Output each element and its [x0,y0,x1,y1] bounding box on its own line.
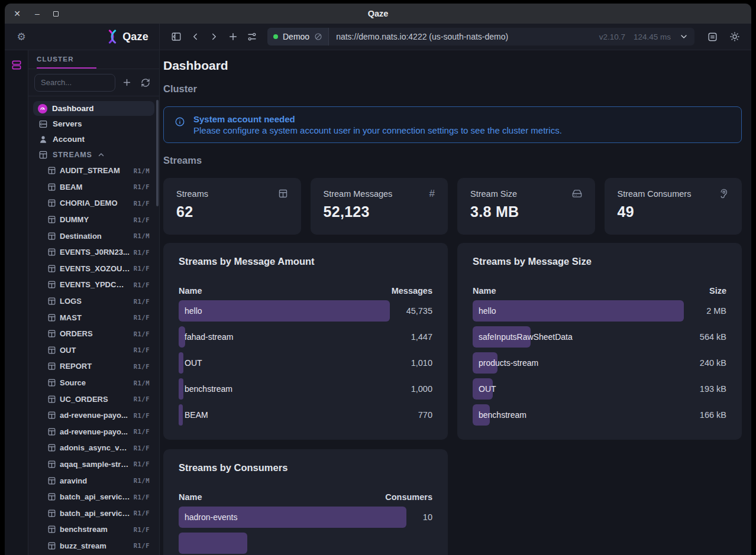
connection-bar[interactable]: Demoo nats://demo.nats.io:4222 (us-south… [267,28,694,46]
sidebar-scrollbar[interactable] [156,100,159,555]
replica-storage-badge: R1/F [134,200,150,207]
sidebar-stream-item[interactable]: DestinationR1/M [33,228,154,244]
sidebar-stream-item[interactable]: MASTR1/F [33,309,154,326]
bar [473,300,684,322]
add-stream-button[interactable] [119,75,134,90]
back-button[interactable] [187,28,203,45]
bar-value: 193 kB [684,384,726,394]
status-dot [273,34,278,39]
bar-cell [179,533,406,554]
bar-label: safeInputsRawSheetData [479,332,573,342]
stream-name: EVENTS_XOZOUA... [60,264,130,273]
sidebar-stream-item[interactable]: aqaq_sample-stre...R1/F [33,456,154,473]
replica-storage-badge: R1/F [134,265,150,272]
sidebar-stream-item[interactable]: ad-revenue-payo...R1/F [33,424,154,440]
tab-cluster[interactable]: CLUSTER [37,56,96,69]
sidebar-stream-item[interactable]: EVENTS_XOZOUA...R1/F [33,261,154,277]
bar-value: 166 kB [684,410,726,420]
cluster-rail-button[interactable] [9,57,24,73]
system-account-alert: System account needed Please configure a… [163,106,742,143]
stream-name: EVENTS_J0RN23... [60,248,130,257]
disconnect-icon[interactable] [314,33,322,41]
replica-storage-badge: R1/F [134,428,150,435]
sidebar-stream-item[interactable]: EVENTS_J0RN23...R1/F [33,244,154,261]
sidebar-stream-item[interactable]: DUMMYR1/F [33,212,154,228]
sidebar-stream-item[interactable]: UC_ORDERSR1/F [33,391,154,407]
chart-row: hadron-events10 [179,507,432,528]
sidebar-item-dashboard[interactable]: Dashboard [33,101,154,116]
sidebar-item-servers[interactable]: Servers [33,116,154,131]
app-body: CLUSTER Dashboard [5,50,751,555]
sidebar-stream-item[interactable]: adonis_async_v4_...R1/F [33,440,154,456]
sidebar-stream-item[interactable]: benchstreamR1/F [33,521,154,538]
sidebar-stream-item[interactable]: aravindR1/M [33,472,154,489]
sidebar-stream-item[interactable]: batch_api_service...R1/F [33,505,154,521]
sidebar-header: ⚙ Qaze [5,24,160,50]
table-icon [47,541,56,550]
bar-value: 1,010 [390,358,432,368]
sidebar-item-account[interactable]: Account [33,132,154,147]
sidebar-stream-item[interactable]: REPORTR1/F [33,358,154,375]
sidebar-nav: Dashboard Servers Account [28,96,159,555]
connection-meta: v2.10.7 124.45 ms [599,32,694,41]
table-icon [278,189,288,199]
sidebar-stream-item[interactable]: buzz_streamR1/F [33,538,154,554]
sidebar-stream-item[interactable]: SourceR1/M [33,375,154,391]
sidebar-stream-item[interactable]: CHORIA_DEMOR1/F [33,195,154,212]
forward-button[interactable] [206,28,222,45]
bar-cell: fahad-stream [179,326,390,348]
alert-text: System account needed Please configure a… [193,114,562,135]
settings-button[interactable]: ⚙ [13,28,30,45]
connection-badge[interactable]: Demoo [267,28,329,46]
scrollbar-thumb[interactable] [156,100,159,206]
alert-title: System account needed [193,114,562,124]
bar-label: hello [185,306,202,316]
sidebar-stream-item[interactable]: ad-revenue-payo...R1/F [33,407,154,424]
bar-label: BEAM [185,410,208,420]
sidebar-stream-item[interactable]: AUDIT_STREAMR1/M [33,163,154,179]
stream-name: ad-revenue-payo... [60,411,130,420]
sidebar-stream-item[interactable]: BEAMR1/F [33,179,154,196]
logs-panel-button[interactable] [704,28,721,45]
table-icon [47,248,56,257]
chevron-right-icon [209,31,219,42]
stream-name: batch_api_service... [60,492,130,501]
bar-cell: products-stream [473,352,684,374]
sidebar-stream-item[interactable]: EVENTS_YPDCWZ...R1/F [33,277,154,293]
table-icon [47,264,56,273]
chart-rows: hello2 MBsafeInputsRawSheetData564 kBpro… [473,300,726,426]
stream-name: batch_api_service... [60,509,130,518]
sidebar-stream-item[interactable]: ORDERSR1/F [33,326,154,342]
qaze-logo-icon [106,30,119,44]
stats-row: Streams 62 Stream Messages # 52,123 [163,178,742,235]
sidebar-stream-item[interactable]: LOGSR1/F [33,293,154,310]
bar-cell: hello [473,300,684,322]
bar-label: products-stream [479,358,538,368]
chart-row: OUT1,010 [179,352,432,374]
column-header-value: Messages [392,286,432,296]
replica-storage-badge: R1/F [134,298,150,305]
bar-value: 1,447 [390,332,432,342]
add-tab-button[interactable] [225,28,241,45]
search-input[interactable] [34,74,115,92]
bar-cell: OUT [473,378,684,400]
sidebar-item-label: Account [53,135,85,144]
table-icon [38,150,48,160]
stream-name: MAST [60,313,130,322]
toggle-sidebar-button[interactable] [168,28,185,45]
sidebar-stream-item[interactable]: OUTR1/F [33,342,154,359]
connection-settings-button[interactable] [244,28,260,45]
replica-storage-badge: R1/F [134,183,150,190]
stat-label: Stream Consumers [618,189,692,199]
chart-row: fahad-stream1,447 [179,326,432,348]
chevron-down-icon[interactable] [679,32,689,41]
replica-storage-badge: R1/F [134,346,150,353]
sidebar-stream-item[interactable]: batch_api_service...R1/F [33,489,154,505]
chart-card-consumers: Streams by Consumers Name Consumers hadr… [163,449,448,555]
brand: Qaze [106,30,148,44]
theme-toggle-button[interactable] [726,28,743,45]
refresh-button[interactable] [138,75,153,90]
bar-cell: OUT [179,352,390,374]
sidebar-group-streams[interactable]: STREAMS [33,147,154,162]
column-header-name: Name [179,286,392,296]
